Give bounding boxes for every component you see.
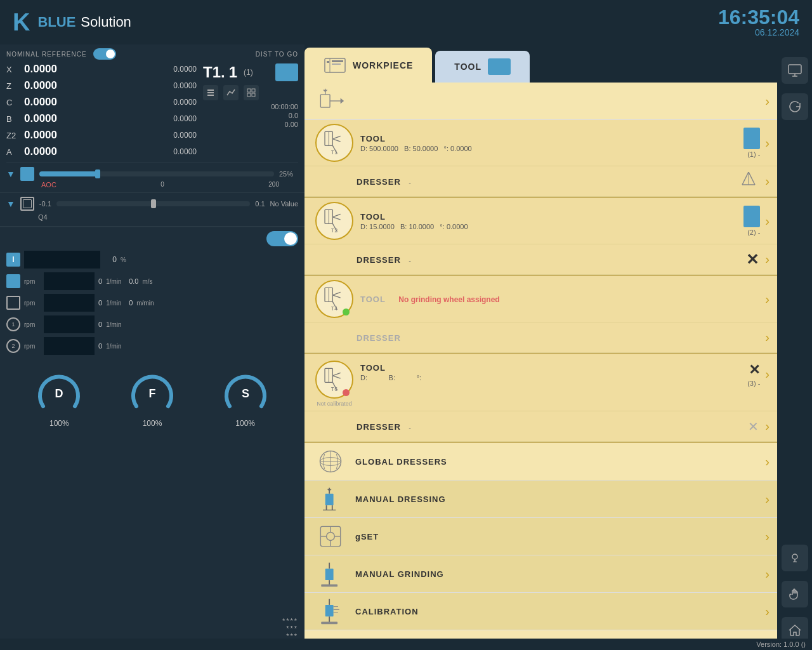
tab-workpiece-label: WORKPIECE [353, 60, 413, 70]
aoc-max: 200 [268, 181, 279, 189]
value-00: 0.00 [203, 121, 298, 128]
t1-sub: 1 [229, 63, 237, 81]
menu-dresser-3[interactable]: DRESSER › [304, 322, 777, 353]
svg-rect-15 [320, 95, 330, 107]
manual-grinding-title: MANUAL GRINDING [355, 569, 759, 579]
svg-rect-14 [332, 63, 341, 65]
value-0: 0.0 [203, 112, 298, 119]
tool-2-title: TOOL [360, 212, 740, 222]
spindle-2-input[interactable] [44, 272, 95, 290]
svg-text:S: S [242, 387, 249, 400]
settings-icon[interactable] [203, 85, 218, 100]
spindle-4-unit2: 1/min [106, 321, 125, 328]
change-position-chevron: › [765, 94, 769, 109]
chart-icon[interactable] [223, 85, 239, 100]
monitor-button[interactable] [782, 57, 808, 84]
table-icon[interactable] [244, 85, 259, 100]
tab-tool-label: TOOL [454, 62, 481, 72]
svg-line-39 [332, 295, 340, 298]
spindle-5-unit: rpm [24, 343, 40, 350]
menu-tool-4[interactable]: T6 Not calibrated TOOL D: B: °: ✕ (3) - … [304, 354, 777, 411]
menu-gset[interactable]: gSET › [304, 518, 777, 555]
spindle-3-unit2: 1/min [106, 300, 125, 307]
axis-row-a: A0.00000.0000 [6, 143, 197, 160]
menu-tool-3[interactable]: T4 TOOL No grinding wheel assigned › [304, 276, 777, 322]
gauges-section: D 100% F 100% S 100% [0, 359, 304, 435]
gauge-d: D 100% [34, 367, 84, 428]
refresh-button[interactable] [782, 93, 808, 120]
menu-dresser-4[interactable]: DRESSER - ✕ › [304, 411, 777, 442]
svg-rect-4 [252, 89, 255, 92]
spindle-3-icon [6, 296, 20, 310]
q4-icon [20, 197, 34, 211]
aoc-percent: 25% [279, 170, 298, 178]
spindle-2-val: 0 [98, 277, 102, 285]
spindle-toggle[interactable] [266, 231, 298, 246]
spindle-3-input[interactable] [44, 294, 95, 312]
spindle-2-unit3: m/s [142, 278, 152, 285]
menu-tool-2[interactable]: T2 TOOL D: 15.0000 B: 10.0000 °: 0.0000 … [304, 198, 777, 244]
hand-button[interactable] [782, 581, 808, 607]
svg-text:T6: T6 [331, 386, 337, 392]
dresser-2-title: DRESSER [357, 255, 401, 265]
menu-dresser-1[interactable]: DRESSER - › [304, 166, 777, 197]
svg-line-32 [332, 214, 340, 216]
tabs-row: WORKPIECE TOOL [304, 44, 777, 83]
spindle-3-val2: 0 [129, 299, 133, 307]
axis-row-x: X0.00000.0000 [6, 61, 197, 77]
q4-left-val: -0.1 [39, 200, 51, 208]
tab-tool[interactable]: TOOL [435, 51, 530, 83]
gauge-f: F 100% [127, 367, 178, 428]
tool-1-title: TOOL [360, 134, 740, 143]
svg-line-45 [332, 376, 340, 378]
spindle-2-val2: 0.0 [129, 277, 138, 285]
spindle-5-val: 0 [98, 342, 102, 350]
tab-workpiece[interactable]: WORKPIECE [304, 48, 432, 83]
spindle-1-unit: % [121, 256, 140, 263]
aoc-label: AOC [41, 181, 56, 189]
svg-rect-3 [247, 89, 251, 92]
svg-line-23 [332, 139, 340, 142]
svg-rect-67 [321, 585, 337, 587]
left-panel: NOMINAL REFERENCE DIST TO GO X0.00000.00… [0, 44, 304, 650]
svg-line-38 [332, 292, 340, 295]
svg-text:T2: T2 [331, 227, 337, 234]
global-dressers-title: GLOBAL DRESSERS [355, 457, 759, 467]
svg-rect-75 [789, 65, 801, 74]
q4-novalue: No Value [270, 200, 298, 208]
menu-manual-grinding[interactable]: MANUAL GRINDING › [304, 555, 777, 593]
svg-line-27 [749, 172, 755, 185]
not-calibrated-text: Not calibrated [317, 401, 352, 407]
menu-dresser-2[interactable]: DRESSER - ✕ › [304, 244, 777, 275]
svg-rect-5 [247, 93, 251, 96]
svg-rect-64 [325, 569, 334, 580]
right-sidebar [777, 44, 812, 650]
spindle-2-unit: rpm [24, 278, 40, 285]
spindle-5-icon: 2 [6, 339, 20, 353]
spindle-5-input[interactable] [44, 337, 95, 355]
svg-line-44 [332, 373, 340, 375]
svg-rect-1 [207, 92, 214, 93]
menu-change-position[interactable]: › [304, 83, 777, 120]
menu-global-dressers[interactable]: GLOBAL DRESSERS › [304, 443, 777, 481]
collapse-aoc[interactable]: ▼ [6, 169, 15, 179]
spindle-1-input[interactable] [24, 251, 100, 269]
q4-label: Q4 [38, 213, 48, 221]
time-area: 16:35:04 06.12.2024 [718, 7, 799, 37]
q4-right-val: 0.1 [255, 200, 265, 208]
tool-1-dims: D: 500.0000 B: 50.0000 °: 0.0000 [360, 145, 740, 152]
svg-text:T4: T4 [331, 305, 337, 312]
dresser-3-title: DRESSER [357, 333, 401, 343]
menu-manual-dressing[interactable]: MANUAL DRESSING › [304, 481, 777, 518]
toggle-nominal[interactable] [93, 48, 116, 60]
tool-4-title: TOOL [360, 363, 743, 373]
menu-calibration[interactable]: CALIBRATION › [304, 593, 777, 630]
menu-tool-1[interactable]: T1 TOOL D: 500.0000 B: 50.0000 °: 0.0000… [304, 120, 777, 166]
tool-2-dims: D: 15.0000 B: 10.0000 °: 0.0000 [360, 223, 740, 230]
spindle-4-input[interactable] [44, 315, 95, 333]
svg-marker-19 [341, 98, 344, 103]
lightbulb-button[interactable] [782, 545, 808, 571]
svg-line-33 [332, 217, 340, 220]
collapse-q4[interactable]: ▼ [6, 199, 15, 209]
svg-point-59 [327, 533, 335, 541]
